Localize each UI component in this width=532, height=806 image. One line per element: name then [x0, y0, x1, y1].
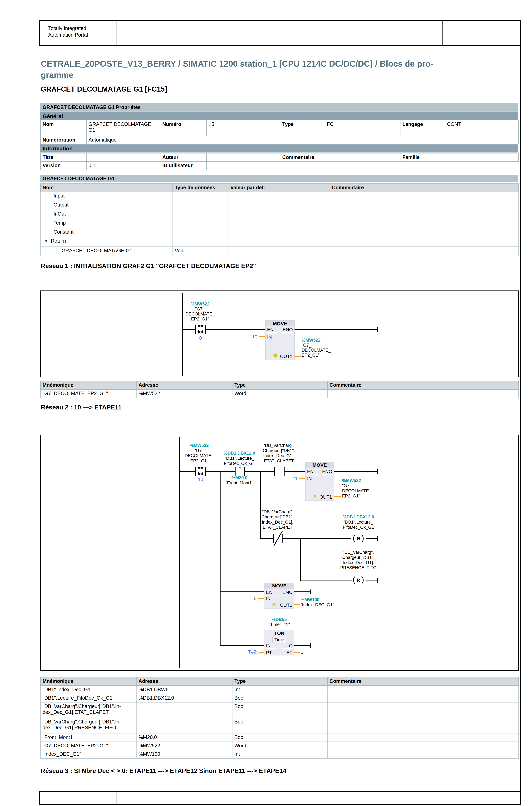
pin-eno: ENO [322, 469, 332, 474]
symbol-name-line2: dex_Dec_G1].ETAT_CLAPET [42, 709, 134, 715]
operand-name: "DB_VarCharg". [249, 509, 306, 514]
table-row: Nom GRAFCET DECOLMATAGEG1 Numéro 15 Type… [40, 120, 518, 136]
empty-cell [228, 228, 330, 237]
nom-value: GRAFCET DECOLMATAGEG1 [87, 120, 160, 136]
empty-cell [330, 210, 518, 219]
rung-end [377, 578, 378, 582]
table-row: "DB_VarCharg".Chargeur["DB1".In-dex_Dec_… [40, 702, 518, 718]
commentaire-value [325, 153, 400, 161]
table-row: "Front_Mont1" %M20.0 Bool [40, 733, 518, 742]
wire [206, 471, 235, 472]
iface-row-inout: InOut [40, 210, 173, 219]
rung-end [310, 590, 311, 594]
move-block: MOVE EN ENO IN OUT1 ✳ [305, 462, 334, 501]
col-header-mnemonique: Mnémonique [40, 381, 136, 389]
pin-highlight [282, 332, 293, 334]
wire [285, 471, 305, 472]
in-value: 10 [241, 334, 257, 340]
wire [180, 471, 195, 472]
coil-letter: R [357, 577, 360, 583]
table-row: Input [40, 192, 518, 201]
symbol-name-line2: dex_Dec_G1].PRESENCE_FIFO [42, 725, 134, 731]
col-header-type: Type [232, 381, 327, 389]
operand-name: "DB_VarCharg". [251, 443, 306, 448]
branch-wire [300, 539, 301, 581]
symbol-address: %MW100 [136, 750, 232, 759]
time-type-box: Time [272, 637, 286, 643]
numerotation-value: Automatique [87, 136, 160, 144]
iface-row-output: Output [40, 201, 173, 210]
col-header-type-donnees: Type de données [173, 184, 228, 192]
iface-row-return: ▼Return [40, 237, 173, 247]
empty-cell [173, 228, 228, 237]
operand-name: ETAT_CLAPET [249, 525, 306, 530]
operand-name: Index_Dec_G1]. [251, 453, 306, 458]
famille-value [445, 153, 518, 161]
symbol-comment [327, 733, 518, 742]
nom-value-line1: GRAFCET DECOLMATAGE [89, 121, 158, 127]
pin-highlight [282, 648, 293, 650]
page-header: Totally Integrated Automation Portal [39, 20, 521, 46]
param-wire [259, 652, 264, 653]
operand-name: DECOLMATE_ [177, 312, 223, 316]
operand-label: %MW522 "G7_ DECOLMATE_ EP2_G1" [302, 338, 347, 358]
table-row: Numéroration Automatique [40, 136, 518, 144]
empty-cell [228, 210, 330, 219]
coil-paren: ( [353, 575, 356, 584]
network3-title: Réseau 3 : SI Nbre Dec < > 0: ETAPE11 --… [41, 767, 286, 774]
footer-divider-1 [117, 792, 117, 804]
operand-name: "Timer_41" [263, 622, 295, 627]
wire [283, 538, 351, 539]
pin-out1: OUT1 [320, 494, 332, 500]
operand-name: DECOLMATE_ [342, 488, 387, 494]
header-divider-1 [117, 21, 117, 45]
version-label: Version [40, 161, 87, 170]
symbol-name: "DB1".Lecture_FifoDec_Ok_G1 [40, 694, 136, 702]
operand-name: EP2_G1" [177, 316, 223, 322]
iface-row-return-value: GRAFCET DECOLMATAGE G1 [40, 247, 173, 256]
numero-value: 15 [207, 120, 280, 136]
param-wire [294, 356, 301, 357]
tia-portal-logo: Totally Integrated Automation Portal [48, 25, 88, 38]
wire [366, 580, 377, 580]
empty-cell [173, 210, 228, 219]
network2-ladder: %MW522 "G7_ DECOLMATE_ EP2_G1" == Int 10… [40, 435, 519, 671]
operand-name: "DB1".Lecture_ [330, 520, 386, 525]
empty-cell [330, 237, 518, 247]
iface-row-input: Input [40, 192, 173, 201]
symbol-type: Word [232, 742, 327, 750]
breadcrumb-line-1: CETRALE_20POSTE_V13_BERRY / SIMATIC 1200… [41, 58, 433, 69]
network2-title: Réseau 2 : 10 ---> ETAPE11 [41, 404, 121, 411]
wire [220, 645, 264, 646]
breadcrumb-title: CETRALE_20POSTE_V13_BERRY / SIMATIC 1200… [41, 58, 433, 81]
edge-contact-p: P [235, 466, 245, 472]
et-value: ... [301, 650, 305, 655]
pin-highlight [282, 595, 293, 596]
reset-coil: (R) [351, 534, 366, 543]
operand-name: "G7_ [302, 343, 347, 348]
empty-cell [228, 237, 330, 247]
operand-address: %DB1.DBX12.0 [330, 514, 386, 520]
network2-symbol-table: Mnémonique Adresse Type Commentaire "DB1… [40, 677, 519, 759]
operand-name: DECOLMATE_ [177, 453, 222, 458]
table-row: Titre Auteur Commentaire Famille [40, 153, 518, 161]
symbol-comment [327, 389, 518, 398]
operand-name: "G7_ [177, 448, 222, 453]
nc-slash [273, 531, 283, 546]
operand-name: EP2_G1" [302, 353, 347, 358]
asterisk-icon: ✳ [313, 493, 317, 499]
operand-address: %DB55 [263, 617, 295, 622]
symbol-address: %M20.0 [136, 733, 232, 742]
pin-highlight [322, 474, 333, 476]
interface-table: Nom Type de données Valeur par déf. Comm… [40, 184, 519, 256]
param-wire [259, 336, 265, 337]
operand-name: Chargeur["DB1". [251, 448, 306, 453]
asterisk-icon: ✳ [272, 601, 276, 608]
langage-label: Langage [400, 120, 445, 136]
symbol-name: "DB_VarCharg".Chargeur["DB1".In-dex_Dec_… [40, 718, 136, 733]
logo-line-1: Totally Integrated [48, 25, 88, 32]
id-utilisateur-label: ID utilisateur [160, 161, 207, 170]
symbol-type: Bool [232, 702, 327, 718]
header-divider-2 [442, 21, 442, 45]
operand-label: "DB_VarCharg". Chargeur["DB1". Index_Dec… [249, 509, 306, 530]
